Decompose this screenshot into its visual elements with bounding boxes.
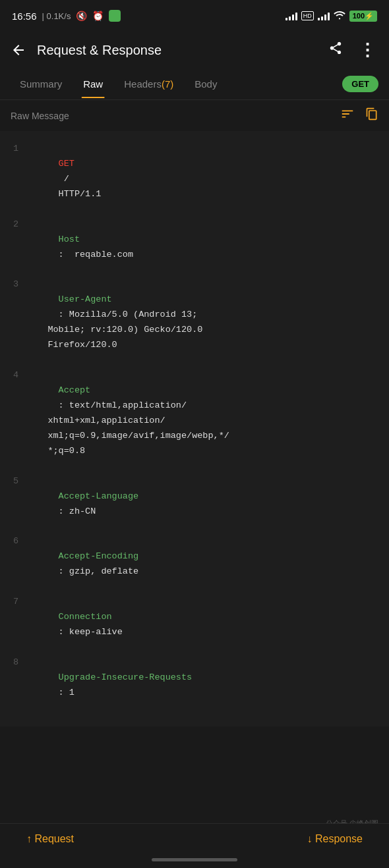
more-button[interactable]: ⋮ (356, 38, 378, 63)
home-indicator (0, 854, 389, 868)
tab-headers[interactable]: Headers(7) (115, 70, 183, 97)
tab-bar: Summary Raw Headers(7) Body GET (0, 68, 389, 100)
page-title: Request & Response (37, 43, 315, 58)
code-line-5: 5 Accept-Language : zh-CN (8, 474, 381, 535)
time-display: 16:56 (12, 11, 37, 22)
tab-summary[interactable]: Summary (11, 70, 71, 97)
share-button[interactable] (326, 38, 345, 62)
mute-icon: 🔇 (76, 11, 87, 21)
status-right: HD 100 ⚡ (285, 11, 377, 22)
status-bar: 16:56 | 0.1K/s 🔇 ⏰ HD (0, 0, 389, 32)
status-left: 16:56 | 0.1K/s 🔇 ⏰ (12, 10, 121, 22)
code-line-7: 7 Connection : keep-alive (8, 595, 381, 655)
code-line-8: 8 Upgrade-Insecure-Requests : 1 (8, 655, 381, 716)
method-token: GET (59, 159, 75, 169)
app-bar: Request & Response ⋮ (0, 32, 389, 68)
wifi-icon (334, 11, 345, 22)
raw-message-header: Raw Message (0, 100, 389, 131)
copy-icon[interactable] (365, 107, 378, 124)
bottom-actions: ↑ Request ↓ Response (0, 824, 389, 854)
signal-bars-1 (285, 11, 297, 20)
tab-raw[interactable]: Raw (74, 70, 112, 97)
code-area: 1 GET / HTTP/1.1 2 Host : reqable.com 3 … (0, 131, 389, 726)
bottom-bar: ↑ Request ↓ Response (0, 823, 389, 868)
request-button[interactable]: ↑ Request (26, 833, 74, 845)
back-button[interactable] (11, 42, 26, 58)
hd-badge: HD (301, 11, 314, 21)
raw-message-title: Raw Message (11, 111, 69, 121)
code-line-1: 1 GET / HTTP/1.1 (8, 142, 381, 217)
tab-body[interactable]: Body (185, 70, 226, 97)
response-button[interactable]: ↓ Response (307, 833, 363, 845)
alarm-icon: ⏰ (92, 11, 104, 21)
app-indicator-icon (109, 10, 121, 22)
code-line-4: 4 Accept : text/html,application/ xhtml+… (8, 368, 381, 474)
code-line-3: 3 User-Agent : Mozilla/5.0 (Android 13; … (8, 277, 381, 368)
code-line-6: 6 Accept-Encoding : gzip, deflate (8, 534, 381, 595)
signal-bars-2 (318, 11, 330, 20)
network-speed: | 0.1K/s (42, 11, 71, 21)
filter-icon[interactable] (340, 107, 355, 124)
method-badge: GET (342, 76, 378, 92)
code-line-2: 2 Host : reqable.com (8, 217, 381, 278)
home-indicator-bar (152, 858, 237, 861)
battery-icon: 100 ⚡ (349, 11, 377, 22)
raw-header-actions (340, 107, 378, 124)
battery-level: 100 (353, 12, 365, 20)
